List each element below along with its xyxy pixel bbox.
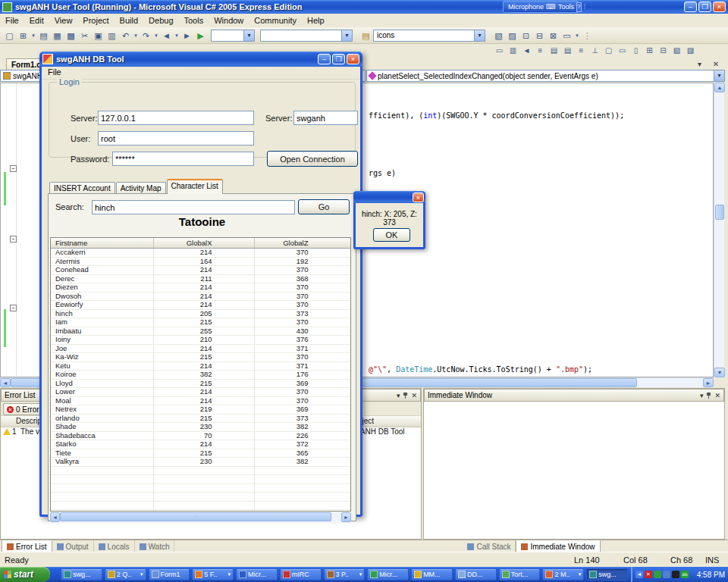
table-row[interactable]: Atermis164192 <box>51 257 350 266</box>
user-input[interactable] <box>98 131 254 146</box>
table-row[interactable]: Accakerri214370 <box>51 249 350 258</box>
toolbar-combo-2[interactable]: ▾ <box>260 30 353 42</box>
chevron-down-icon[interactable]: ▾ <box>30 29 36 42</box>
window-position-icon[interactable]: ▾ <box>397 392 400 399</box>
langbar-grip-icon[interactable]: ⁞ <box>584 3 585 11</box>
minimize-button[interactable]: – <box>684 2 697 12</box>
start-debug-icon[interactable]: ▶ <box>194 29 207 42</box>
copy-icon[interactable]: ▣ <box>92 29 105 42</box>
dialog-menu-file[interactable]: File <box>42 67 67 77</box>
tab-activity-map[interactable]: Activity Map <box>116 182 166 194</box>
chevron-down-icon[interactable]: ▾ <box>228 571 231 577</box>
bring-front-icon[interactable]: ▧ <box>670 44 683 58</box>
chevron-down-icon[interactable]: ▾ <box>714 70 724 81</box>
close-icon[interactable]: ✕ <box>714 392 720 399</box>
dock-tab-call-stack[interactable]: Call Stack <box>463 540 516 552</box>
auto-hide-pin-icon[interactable] <box>403 392 408 399</box>
chevron-down-icon[interactable]: ▾ <box>140 571 143 577</box>
scroll-left-icon[interactable]: ◄ <box>0 378 11 387</box>
table-row[interactable]: Moal214370 <box>51 396 350 405</box>
chevron-down-icon[interactable]: ▾ <box>133 29 139 42</box>
size-height-icon[interactable]: ▯ <box>629 44 642 58</box>
redo-icon[interactable]: ↷ <box>140 29 152 42</box>
send-back-icon[interactable]: ▨ <box>684 44 697 58</box>
grid-header-row[interactable]: Firstname GlobalX GlobalZ <box>51 238 350 249</box>
messagebox-close-button[interactable]: × <box>413 192 424 202</box>
indent-icon[interactable]: ▤ <box>548 44 560 58</box>
navigate-forward-icon[interactable]: ► <box>180 29 193 42</box>
chevron-down-icon[interactable]: ▾ <box>579 571 582 577</box>
close-button[interactable]: × <box>713 2 726 12</box>
document-well-buttons[interactable]: ▾ ✕ <box>698 60 723 68</box>
taskbar-item-micr[interactable]: Micr... <box>236 568 278 580</box>
dock-tab-error-list[interactable]: Error List <box>2 540 52 552</box>
auto-hide-pin-icon[interactable] <box>706 392 711 399</box>
table-row[interactable]: Tiete215365 <box>51 449 350 458</box>
object-browser-icon[interactable]: ⊡ <box>519 29 532 42</box>
taskbar-item-micr[interactable]: Micr... <box>367 568 409 580</box>
server-input[interactable] <box>98 111 254 125</box>
hide-tray-chevron-icon[interactable]: ◄ <box>635 571 643 578</box>
messagebox-titlebar[interactable]: × <box>353 191 425 203</box>
help-icon[interactable]: ? <box>576 2 581 12</box>
microphone-label[interactable]: Microphone <box>508 3 544 11</box>
scroll-down-icon[interactable]: ▼ <box>714 368 725 377</box>
save-icon[interactable]: ▦ <box>51 29 64 42</box>
taskbar-item-mm[interactable]: MM... <box>411 568 453 580</box>
save-all-icon[interactable]: ▩ <box>64 29 77 42</box>
table-row[interactable]: Valkyra230382 <box>51 458 350 467</box>
table-row[interactable]: Eewiorfy214370 <box>51 301 350 310</box>
solution-explorer-icon[interactable]: ▧ <box>492 29 505 42</box>
table-row[interactable]: Shade230382 <box>51 423 350 432</box>
members-dropdown[interactable]: planetSelect_SelectedIndexChanged(object… <box>366 70 725 82</box>
tray-app-icon-1[interactable] <box>654 571 661 578</box>
open-file-icon[interactable]: ▤ <box>37 29 50 42</box>
tab-insert-account[interactable]: INSERT Account <box>49 182 115 194</box>
pointer-icon[interactable]: ▭ <box>493 44 506 58</box>
size-same-icon[interactable]: ▢ <box>602 44 615 58</box>
table-row[interactable]: hinch205373 <box>51 309 350 318</box>
table-row[interactable]: Conehead214370 <box>51 266 350 275</box>
table-row[interactable]: Netrex219369 <box>51 405 350 415</box>
table-row[interactable]: Lower214370 <box>51 388 350 397</box>
menu-file[interactable]: File <box>0 14 24 27</box>
dialog-close-button[interactable]: × <box>347 54 359 64</box>
dock-tab-watch[interactable]: Watch <box>135 540 175 552</box>
chevron-down-icon[interactable]: ▾ <box>341 30 352 41</box>
start-button[interactable]: start <box>0 567 50 582</box>
menu-build[interactable]: Build <box>115 14 143 27</box>
select-icon[interactable]: ◄ <box>520 44 533 58</box>
table-row[interactable]: Joe214371 <box>51 344 350 353</box>
taskbar-item-2-q[interactable]: 2 Q..▾ <box>105 568 146 580</box>
menu-view[interactable]: View <box>49 14 78 27</box>
character-grid[interactable]: Firstname GlobalX GlobalZ Accakerri21437… <box>50 237 351 512</box>
table-row[interactable]: Iam215370 <box>51 318 350 327</box>
table-row[interactable]: Derec211368 <box>51 274 350 283</box>
taskbar-item-swg[interactable]: swg... <box>61 568 102 580</box>
align-lefts-icon[interactable]: ≡ <box>575 44 588 58</box>
language-tools-label[interactable]: Tools <box>558 3 574 11</box>
dialog-minimize-button[interactable]: – <box>318 54 331 64</box>
taskbar-item-2-m[interactable]: 2 M..▾ <box>542 568 584 580</box>
window-position-icon[interactable]: ▾ <box>700 392 704 399</box>
dock-tab-locals[interactable]: Locals <box>94 540 135 552</box>
properties-window-icon[interactable]: ▨ <box>506 29 519 42</box>
chevron-down-icon[interactable]: ▾ <box>574 29 580 42</box>
error-list-icon[interactable]: ⊠ <box>547 29 560 42</box>
size-width-icon[interactable]: ▭ <box>616 44 629 58</box>
paste-icon[interactable]: ▥ <box>105 29 118 42</box>
taskbar-item-swg[interactable]: swg... <box>586 568 628 580</box>
table-row[interactable]: Ioiny210376 <box>51 336 350 345</box>
command-window-icon[interactable]: ▭ <box>560 29 573 42</box>
table-row[interactable]: Ka-Wiz215370 <box>51 353 350 362</box>
dtb-icon[interactable]: dtb <box>681 571 689 578</box>
menu-project[interactable]: Project <box>77 14 114 27</box>
vert-spacing-icon[interactable]: ⊟ <box>657 44 670 58</box>
scroll-up-icon[interactable]: ▲ <box>714 83 725 92</box>
toolbox-icon[interactable]: ⊟ <box>533 29 546 42</box>
taskbar-item-dd[interactable]: DD... <box>455 568 497 580</box>
taskbar-item-form1[interactable]: Form1 <box>149 568 190 580</box>
menu-debug[interactable]: Debug <box>143 14 178 27</box>
color-grid-icon[interactable] <box>672 571 679 578</box>
column-globalx[interactable]: GlobalX <box>153 238 254 249</box>
